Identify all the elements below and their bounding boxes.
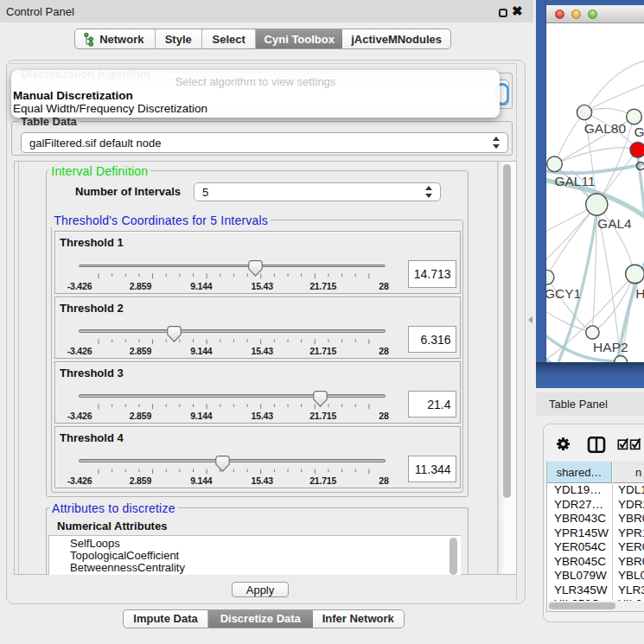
svg-text:GAL11: GAL11 bbox=[554, 174, 595, 188]
svg-text:H: H bbox=[635, 286, 644, 301]
svg-text:C: C bbox=[635, 158, 644, 173]
svg-text:GAL80: GAL80 bbox=[584, 121, 627, 136]
svg-text:GA: GA bbox=[634, 124, 644, 139]
svg-text:HAP2: HAP2 bbox=[593, 340, 628, 354]
svg-text:GCY1: GCY1 bbox=[546, 286, 581, 301]
svg-text:GAL4: GAL4 bbox=[597, 216, 632, 231]
